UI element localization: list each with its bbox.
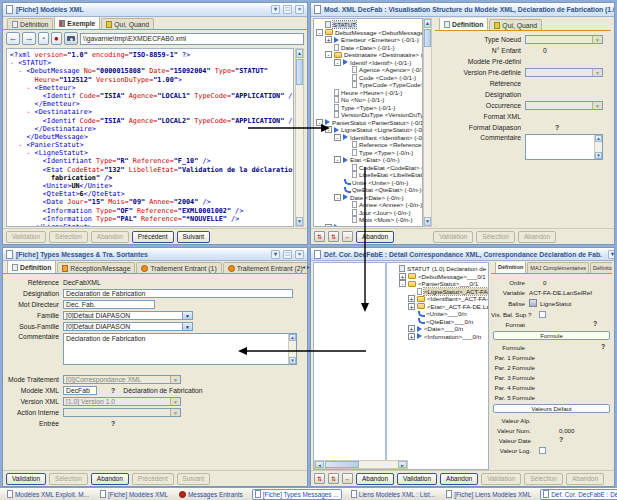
tree-item-identifiant-act-fa-de-la[interactable]: +<Identifiant>_ACT-FA-DE.LanSelFabOF_C__… xyxy=(388,295,488,303)
tree-item-typecode-typecode-0-1[interactable]: TypeCode <TypeCode> (-0/1-) xyxy=(314,81,422,89)
abandon-button[interactable]: Abandon xyxy=(91,473,129,485)
abandon-button[interactable]: Abandon xyxy=(356,473,394,485)
taskbar-item-liens-modeles-xml-list[interactable]: Liens Modèles XML : List... xyxy=(349,489,438,500)
expand-toggle-icon[interactable]: + xyxy=(408,333,415,340)
tree-item-panierstatut-0-1[interactable]: -<PanierStatut>___0/1 xyxy=(388,280,488,288)
tree-item-libelleetat-libelleetat[interactable]: LibelleEtat <LibelleEtat> (-0/n-) xyxy=(314,171,422,179)
help-button[interactable]: ? xyxy=(111,420,115,428)
structure-tree-scrollbar[interactable]: ▲ ▼ xyxy=(423,18,432,227)
tab-scroll-left-icon[interactable]: ◂ xyxy=(302,263,305,270)
tree-item-information-information[interactable]: +Information <Information> (-0/n-) xyxy=(314,224,422,228)
scrollbar-thumb[interactable] xyxy=(296,59,303,85)
mot-directeur-input[interactable]: Dec. Fab. xyxy=(63,300,155,309)
pane-menu-button[interactable]: ▾ xyxy=(271,250,280,259)
refresh-button[interactable]: ▪ xyxy=(38,32,49,45)
tree-item-annee-annee-0-n[interactable]: Annee <Annee> (-0/n-) xyxy=(314,201,422,209)
tree-item-identif-identif-0-1[interactable]: -Identif <Identif> (-0/1-) xyxy=(314,59,422,67)
pane-float-button[interactable]: □ xyxy=(283,5,292,14)
tab-scroll-right-icon[interactable]: ▸ xyxy=(307,263,310,270)
taskbar-item-fiche-types-messages[interactable]: [Fiche] Types Messages ... xyxy=(252,489,342,500)
tab-reception-message[interactable]: Réception/Message xyxy=(57,262,135,273)
valeurs-defaut-button[interactable]: Valeurs Défaut xyxy=(493,404,610,413)
scroll-up-icon[interactable]: ▲ xyxy=(424,19,431,28)
tree-item-identifiant-identifiant[interactable]: -Identifiant <Identifiant> (-0/n-) xyxy=(314,134,422,142)
tree-item-date-date-0-1[interactable]: Date <Date> (-0/1-) xyxy=(314,44,422,52)
expand-toggle-icon[interactable]: - xyxy=(316,119,323,126)
tree-item-destinataire-destinataire[interactable]: -Destinataire <Destinataire> (-0/1-) xyxy=(314,51,422,59)
tab-traitement-entrant-2[interactable]: Traitement Entrant (2) xyxy=(223,262,307,273)
expand-toggle-icon[interactable]: - xyxy=(325,51,332,58)
tree-item-emetteur-emetteur-0-1[interactable]: +Emetteur <Emetteur> (-0/1-) xyxy=(314,36,422,44)
pager-icon-2[interactable]: ⇅ xyxy=(328,473,339,484)
tree-item-unite-0-n[interactable]: <Unite>___0/n xyxy=(388,310,488,318)
tab-definition[interactable]: Définition xyxy=(495,262,526,273)
scroll-right-icon[interactable]: ▸ xyxy=(398,461,407,468)
scroll-down-icon[interactable]: ▼ xyxy=(424,217,431,226)
valeur-log-checkbox[interactable] xyxy=(539,447,546,454)
tab-definition-balise[interactable]: Définition Balise xyxy=(590,262,612,273)
pane-menu-button[interactable]: ▾ xyxy=(608,250,614,259)
nav-forward-button[interactable]: → xyxy=(22,32,36,45)
correspondance-h-scrollbar[interactable]: ◂ ▸ xyxy=(314,460,408,469)
pager-icon-3[interactable]: ↔ xyxy=(342,473,353,484)
chevron-down-icon[interactable]: ▼ xyxy=(182,312,192,319)
expand-toggle-icon[interactable]: + xyxy=(408,295,415,302)
taskbar-item-modeles-xml-exploit-m[interactable]: Modèles XML Exploit. M... xyxy=(5,489,91,500)
tree-item-type-type-0-n[interactable]: Type <Type> (-0/n-) xyxy=(314,149,422,157)
expand-toggle-icon[interactable]: + xyxy=(408,325,415,332)
tree-item-etat-act-fa-de-lanselfab[interactable]: +<Etat>_ACT-FA-DE.LanSelFabQteDec_N__0/n xyxy=(388,303,488,311)
formule-button[interactable]: Formule xyxy=(493,331,610,340)
scroll-up-icon[interactable]: ▲ xyxy=(296,49,303,58)
tree-item-date-0-n[interactable]: +<Date>___0/n xyxy=(388,325,488,333)
sous-famille-select[interactable]: [0]Défaut DIAPASON▼ xyxy=(63,322,193,331)
tree-item-agence-agence-0-1[interactable]: Agence <Agence> (-0/1-) xyxy=(314,66,422,74)
designation-input[interactable]: Declaration de Fabrication xyxy=(63,289,293,298)
help-button[interactable]: ? xyxy=(111,387,115,395)
tab-qui-quand[interactable]: Qui, Quand xyxy=(101,18,154,29)
tab-maj-complementaires[interactable]: MAJ Complémentaires xyxy=(527,262,589,273)
tree-item-qteetat-0-n[interactable]: <QteEtat>___0/n xyxy=(388,318,488,326)
expand-toggle-icon[interactable]: - xyxy=(325,126,332,133)
scroll-up-icon[interactable]: ▲ xyxy=(289,334,296,341)
tree-item-heure-heure-0-1[interactable]: Heure <Heure> (-0/1-) xyxy=(314,89,422,97)
tab-definition[interactable]: Définition xyxy=(7,261,56,273)
modele-xml-input[interactable]: DecFab xyxy=(63,386,97,395)
tab-qui-quand[interactable]: Qui, Quand xyxy=(489,19,542,30)
tree-item-etat-etat-0-n[interactable]: -Etat <Etat> (-0/n-) xyxy=(314,156,422,164)
pager-icon-2[interactable]: ⇅ xyxy=(328,231,339,242)
tree-item-unite-unite-0-n[interactable]: Unite <Unite> (-0/n-) xyxy=(314,179,422,187)
nav-back-button[interactable]: ← xyxy=(6,32,20,45)
precedent-button[interactable]: Précédent xyxy=(132,231,174,243)
pager-icon-3[interactable]: ↔ xyxy=(342,231,353,242)
tree-item-lignestatut-act-fa-de-la[interactable]: <LigneStatut>_ACT-FA-DE.LanSelRef_C__0/n xyxy=(388,288,488,296)
scrollbar-thumb[interactable] xyxy=(325,461,359,468)
vis-bal-sup-checkbox[interactable] xyxy=(539,311,546,318)
tree-item-versiondutype-versionduty[interactable]: VersionDuType <VersionDuType> (-0/1-) xyxy=(314,111,422,119)
camera-button[interactable] xyxy=(64,32,78,45)
tree-item-type-type-0-1[interactable]: Type <Type> (-0/1-) xyxy=(314,104,422,112)
help-button[interactable]: ? xyxy=(529,320,597,328)
expand-toggle-icon[interactable]: + xyxy=(399,273,406,280)
xml-vertical-scrollbar[interactable]: ▲ ▼ xyxy=(295,48,304,227)
help-button[interactable]: ? xyxy=(525,124,559,132)
tree-item-codeetat-codeetat-0-n[interactable]: CodeEtat <CodeEtat> (-0/n-) xyxy=(314,164,422,172)
pane-menu-button[interactable]: ▾ xyxy=(271,5,280,14)
tree-item-lignestatut-lignestatut[interactable]: -LigneStatut <LigneStatut> (-0/n-) xyxy=(314,126,422,134)
help-button[interactable]: ? xyxy=(529,343,605,351)
splitter[interactable] xyxy=(385,262,387,470)
tree-item-debutmessage-debutmessage[interactable]: -DebutMessage <DebutMessage> (-0/1-) xyxy=(314,29,422,37)
expand-toggle-icon[interactable]: - xyxy=(316,29,323,36)
tree-item-qteetat-qteetat-0-n[interactable]: QteEtat <QteEtat> (-0/n-) xyxy=(314,186,422,194)
taskbar-item-fiche-liens-modeles-xml[interactable]: [Fiche] Liens Modèles XML xyxy=(444,489,533,500)
scrollbar-thumb[interactable] xyxy=(424,29,431,47)
pane-float-button[interactable]: □ xyxy=(283,250,292,259)
abandon-button[interactable]: Abandon xyxy=(440,473,478,485)
pane-close-button[interactable]: × xyxy=(295,5,304,14)
tree-item-reference-reference-0[interactable]: Reference <Reference> (-0/n-) xyxy=(314,141,422,149)
tree-item-information-0-n[interactable]: +<Information>___0/n xyxy=(388,333,488,341)
tree-item-no-no-0-1[interactable]: No <No> (-0/1-) xyxy=(314,96,422,104)
validation-button[interactable]: Validation xyxy=(6,473,46,485)
tab-definition[interactable]: Définition xyxy=(7,18,53,29)
chevron-down-icon[interactable]: ▼ xyxy=(182,323,192,330)
scroll-left-icon[interactable]: ◂ xyxy=(315,461,324,468)
